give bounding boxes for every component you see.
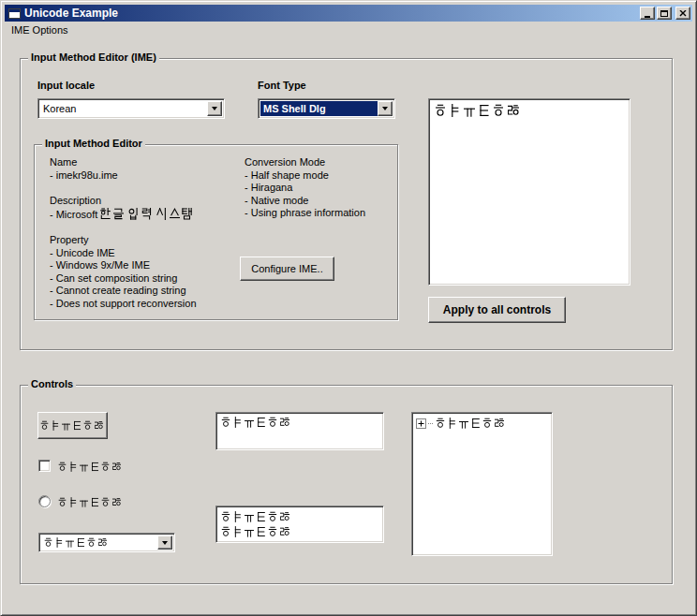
close-icon	[679, 10, 687, 17]
titlebar[interactable]: Unicode Example	[5, 5, 692, 22]
radio-icon[interactable]	[38, 495, 51, 507]
property-item: - Does not support reconversion	[50, 298, 197, 311]
conversion-item: - Half shape mode	[245, 169, 365, 183]
chevron-down-icon	[382, 107, 388, 110]
controls-groupbox: Controls	[20, 385, 673, 584]
ime-preview-textarea[interactable]	[428, 98, 630, 286]
ime-info-right-column: Conversion Mode - Half shape mode - Hira…	[245, 156, 365, 220]
sample-combobox-value	[41, 535, 157, 550]
sample-combobox[interactable]	[38, 533, 175, 552]
name-value: - imekr98u.ime	[50, 169, 197, 183]
input-locale-value: Korean	[40, 101, 207, 116]
chevron-down-icon	[212, 107, 217, 110]
conversion-mode-label: Conversion Mode	[245, 156, 365, 169]
minimize-button[interactable]	[640, 7, 655, 20]
menu-item-ime-options[interactable]: IME Options	[5, 22, 74, 37]
tree-root-label	[436, 418, 506, 429]
apply-to-all-controls-button[interactable]: Apply to all controls	[428, 297, 566, 323]
property-item: - Can set composition string	[50, 272, 197, 286]
sample-treeview[interactable]	[411, 412, 553, 556]
close-button[interactable]	[675, 7, 690, 20]
tree-expand-plus-icon[interactable]	[416, 418, 426, 429]
property-item: - Cannot create reading string	[50, 285, 197, 298]
sample-edit-single[interactable]	[215, 412, 384, 450]
caption-buttons	[638, 7, 690, 20]
ime-info-groupbox-title: Input Method Editor	[42, 138, 145, 149]
tree-connector	[428, 423, 433, 424]
sample-checkbox-row[interactable]	[38, 460, 123, 472]
sample-button[interactable]	[37, 412, 108, 439]
window-title: Unicode Example	[24, 7, 638, 20]
maximize-button[interactable]	[657, 7, 672, 20]
input-locale-combobox[interactable]: Korean	[37, 98, 225, 119]
font-type-combobox[interactable]: MS Shell Dlg	[258, 98, 395, 119]
property-label: Property	[50, 234, 197, 247]
sample-radio-row[interactable]	[38, 495, 123, 507]
ime-info-left-column: Name - imekr98u.ime Description -Microso…	[50, 156, 197, 310]
sample-edit-multi[interactable]	[215, 506, 384, 543]
ime-groupbox: Input Method Editor (IME) Input locale K…	[20, 58, 673, 350]
description-label: Description	[50, 195, 197, 208]
edit-line	[221, 509, 378, 524]
sample-combobox-dropdown-button[interactable]	[157, 535, 172, 550]
property-item: - Unicode IME	[50, 247, 197, 260]
conversion-item: - Hiragana	[245, 182, 365, 195]
input-locale-dropdown-button[interactable]	[207, 101, 222, 116]
maximize-icon	[660, 10, 668, 17]
minimize-icon	[645, 16, 650, 18]
application-icon[interactable]	[8, 8, 21, 19]
font-type-dropdown-button[interactable]	[378, 101, 393, 116]
description-value: -Microsoft	[50, 208, 197, 222]
ime-groupbox-title: Input Method Editor (IME)	[28, 51, 159, 63]
edit-line	[221, 524, 378, 539]
ime-info-groupbox: Input Method Editor Name - imekr98u.ime …	[34, 144, 398, 320]
font-type-label: Font Type	[258, 80, 306, 91]
menu-bar: IME Options	[5, 22, 692, 38]
chevron-down-icon	[162, 541, 168, 545]
controls-groupbox-title: Controls	[28, 378, 76, 389]
conversion-item: - Using phrase information	[245, 207, 365, 220]
tree-root-item[interactable]	[416, 418, 548, 429]
name-label: Name	[50, 156, 197, 169]
checkbox-icon[interactable]	[38, 460, 51, 472]
sample-radio-label	[58, 496, 123, 507]
configure-ime-button[interactable]: Configure IME..	[240, 257, 334, 281]
input-locale-label: Input locale	[37, 80, 95, 91]
unicode-example-window: Unicode Example IME Options Input Method…	[0, 0, 697, 616]
property-item: - Windows 9x/Me IME	[50, 259, 197, 272]
sample-checkbox-label	[58, 461, 123, 472]
conversion-item: - Native mode	[245, 195, 365, 208]
font-type-value: MS Shell Dlg	[260, 101, 378, 116]
